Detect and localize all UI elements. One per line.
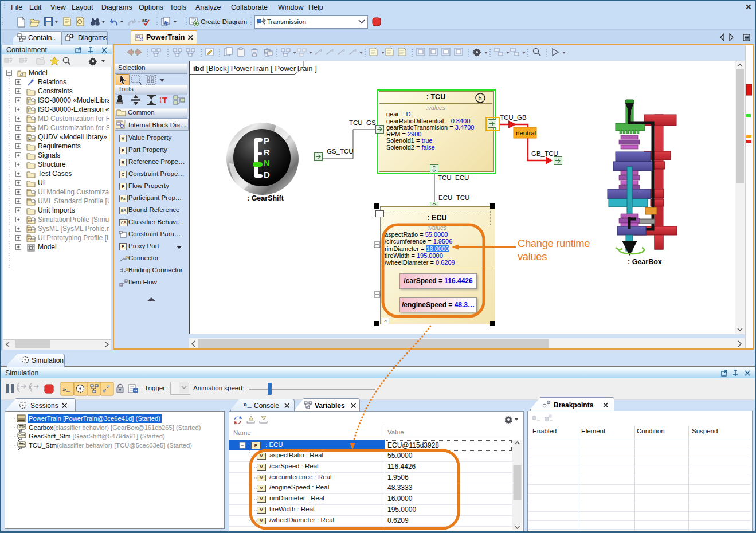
svg-text:TCU_ECU: TCU_ECU [438,174,469,181]
svg-text:L: L [28,136,31,141]
svg-text:GS_TCU: GS_TCU [327,148,354,155]
svg-text:T: T [162,95,167,105]
svg-text:TCU_GB: TCU_GB [500,114,527,121]
svg-text:TCU_GS: TCU_GS [349,119,376,126]
svg-text:«»: «» [28,228,32,232]
svg-text:ab: ab [142,18,147,23]
svg-text:«»: «» [28,237,32,241]
svg-text:L: L [28,99,31,104]
svg-text:»_: »_ [62,386,70,393]
svg-text:ECU_TCU: ECU_TCU [438,194,469,201]
svg-text:«»: «» [28,219,32,223]
svg-text:neutral: neutral [516,130,536,136]
svg-text:5: 5 [479,95,482,101]
svg-text:L: L [28,108,31,113]
